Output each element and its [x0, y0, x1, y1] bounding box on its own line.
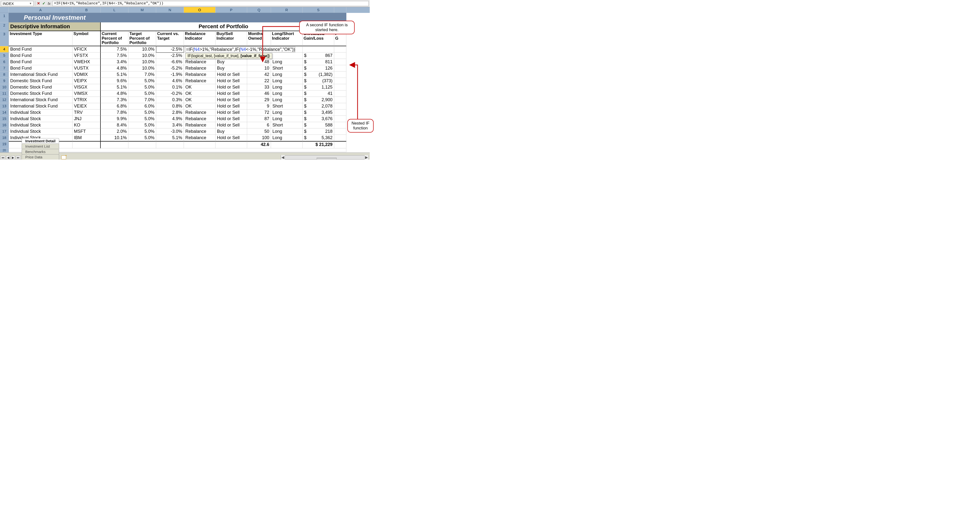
- cell-target-pct[interactable]: 6.0%: [129, 103, 156, 110]
- cell-longshort[interactable]: Long: [271, 97, 302, 103]
- cell-rebalance[interactable]: Rebalance: [184, 116, 215, 122]
- new-sheet-button[interactable]: [60, 155, 67, 159]
- row-header[interactable]: 1: [0, 13, 9, 22]
- column-header[interactable]: O: [184, 7, 215, 13]
- cell-symbol[interactable]: VWEHX: [73, 59, 101, 65]
- cell-current-vs-target[interactable]: -2.5%: [156, 53, 184, 59]
- cell-unrealized[interactable]: [302, 46, 334, 53]
- cell-months[interactable]: 46: [247, 91, 271, 97]
- cell-longshort[interactable]: Short: [271, 122, 302, 128]
- cell-investment-type[interactable]: Bond Fund: [9, 46, 73, 53]
- row-header[interactable]: 14: [0, 110, 9, 116]
- cell-target-pct[interactable]: 5.0%: [129, 110, 156, 116]
- cell-longshort[interactable]: Long: [271, 84, 302, 91]
- cell-investment-type[interactable]: Domestic Stock Fund: [9, 91, 73, 97]
- cell-pg[interactable]: [334, 84, 346, 91]
- cell-current-pct[interactable]: 2.0%: [101, 128, 129, 135]
- cell-longshort[interactable]: Long: [271, 116, 302, 122]
- row-header[interactable]: 8: [0, 72, 9, 78]
- cell-longshort[interactable]: Long: [271, 128, 302, 135]
- cell-months[interactable]: 33: [247, 84, 271, 91]
- row-header[interactable]: 7: [0, 65, 9, 72]
- cell-target-pct[interactable]: 5.0%: [129, 78, 156, 84]
- row-header[interactable]: 6: [0, 59, 9, 65]
- cell-current-pct[interactable]: 9.9%: [101, 116, 129, 122]
- cell-target-pct[interactable]: 7.0%: [129, 97, 156, 103]
- cell-buysell[interactable]: Hold or Sell: [215, 135, 247, 141]
- cell-symbol[interactable]: MSFT: [73, 128, 101, 135]
- cell-buysell[interactable]: Hold or Sell: [215, 110, 247, 116]
- cell-current-vs-target[interactable]: 2.8%: [156, 110, 184, 116]
- sheet-tab[interactable]: Investment Detail: [22, 138, 59, 143]
- cell-longshort[interactable]: Long: [271, 110, 302, 116]
- cell-unrealized[interactable]: $3,676: [302, 116, 334, 122]
- sheet-tab[interactable]: Investment List: [22, 143, 59, 149]
- column-header[interactable]: S: [302, 7, 334, 13]
- cell-investment-type[interactable]: Individual Stock: [9, 128, 73, 135]
- cell-months[interactable]: 9: [247, 103, 271, 110]
- column-header[interactable]: R: [271, 7, 302, 13]
- cell-investment-type[interactable]: Bond Fund: [9, 53, 73, 59]
- tab-nav-first-icon[interactable]: ⏮: [0, 156, 5, 159]
- cell-target-pct[interactable]: 7.0%: [129, 72, 156, 78]
- cell-longshort[interactable]: [271, 53, 302, 59]
- cell-investment-type[interactable]: Individual Stock: [9, 116, 73, 122]
- cell-symbol[interactable]: VFICX: [73, 46, 101, 53]
- cell-current-vs-target[interactable]: 0.3%: [156, 97, 184, 103]
- cell-unrealized[interactable]: $218: [302, 128, 334, 135]
- tab-nav-prev-icon[interactable]: ◀: [6, 156, 10, 159]
- cell-months[interactable]: 10: [247, 65, 271, 72]
- insert-function-button[interactable]: fx: [46, 2, 52, 6]
- scroll-left-icon[interactable]: ◀: [281, 155, 285, 159]
- cell-target-pct[interactable]: 10.0%: [129, 65, 156, 72]
- cell-unrealized[interactable]: $588: [302, 122, 334, 128]
- cell-months[interactable]: 29: [247, 97, 271, 103]
- cell-buysell[interactable]: Hold or Sell: [215, 91, 247, 97]
- cell-symbol[interactable]: VEIEX: [73, 103, 101, 110]
- cell-rebalance[interactable]: Rebalance: [184, 78, 215, 84]
- cell-symbol[interactable]: VISGX: [73, 84, 101, 91]
- column-header[interactable]: P: [215, 7, 247, 13]
- scroll-right-icon[interactable]: ▶: [364, 155, 369, 159]
- inline-formula-edit[interactable]: =IF(N4>1%,"Rebalance",IF(N4<-1%,"Rebalan…: [185, 47, 295, 52]
- cell-current-vs-target[interactable]: -1.9%: [156, 72, 184, 78]
- cell-target-pct[interactable]: 10.0%: [129, 59, 156, 65]
- cell-rebalance[interactable]: Rebalance: [184, 128, 215, 135]
- cell-symbol[interactable]: VFSTX: [73, 53, 101, 59]
- cell-symbol[interactable]: VUSTX: [73, 65, 101, 72]
- cell-rebalance[interactable]: Rebalance: [184, 65, 215, 72]
- cell-pg[interactable]: [334, 59, 346, 65]
- cell-current-vs-target[interactable]: -5.2%: [156, 65, 184, 72]
- cell-longshort[interactable]: Long: [271, 91, 302, 97]
- cell-buysell[interactable]: Hold or Sell: [215, 84, 247, 91]
- cell-months[interactable]: 72: [247, 110, 271, 116]
- cell-investment-type[interactable]: Bond Fund: [9, 59, 73, 65]
- cell-longshort[interactable]: Long: [271, 78, 302, 84]
- cell-current-pct[interactable]: 3.4%: [101, 59, 129, 65]
- column-header[interactable]: [334, 7, 346, 13]
- cell-current-vs-target[interactable]: 0.1%: [156, 84, 184, 91]
- cell-current-pct[interactable]: 4.8%: [101, 91, 129, 97]
- formula-cancel-button[interactable]: ✕: [36, 1, 41, 6]
- select-all-corner[interactable]: [0, 7, 9, 13]
- row-header[interactable]: 13: [0, 103, 9, 110]
- cell-pg[interactable]: [334, 72, 346, 78]
- cell-unrealized[interactable]: $5,362: [302, 135, 334, 141]
- cell-target-pct[interactable]: 5.0%: [129, 84, 156, 91]
- cell-target-pct[interactable]: 5.0%: [129, 116, 156, 122]
- cell-current-pct[interactable]: 7.5%: [101, 46, 129, 53]
- name-box[interactable]: INDEX ▼: [1, 1, 33, 6]
- cell-unrealized[interactable]: $(373): [302, 78, 334, 84]
- cell-pg[interactable]: [334, 116, 346, 122]
- cell-pg[interactable]: [334, 128, 346, 135]
- cell-current-pct[interactable]: 6.8%: [101, 103, 129, 110]
- tab-nav-next-icon[interactable]: ▶: [11, 156, 15, 159]
- cell-current-vs-target[interactable]: 3.4%: [156, 122, 184, 128]
- cell-current-vs-target[interactable]: -3.0%: [156, 128, 184, 135]
- cell-months[interactable]: 50: [247, 128, 271, 135]
- row-header[interactable]: 17: [0, 128, 9, 135]
- row-header[interactable]: 11: [0, 91, 9, 97]
- row-header[interactable]: 15: [0, 116, 9, 122]
- cell-current-pct[interactable]: 7.8%: [101, 110, 129, 116]
- cell-symbol[interactable]: VEIPX: [73, 78, 101, 84]
